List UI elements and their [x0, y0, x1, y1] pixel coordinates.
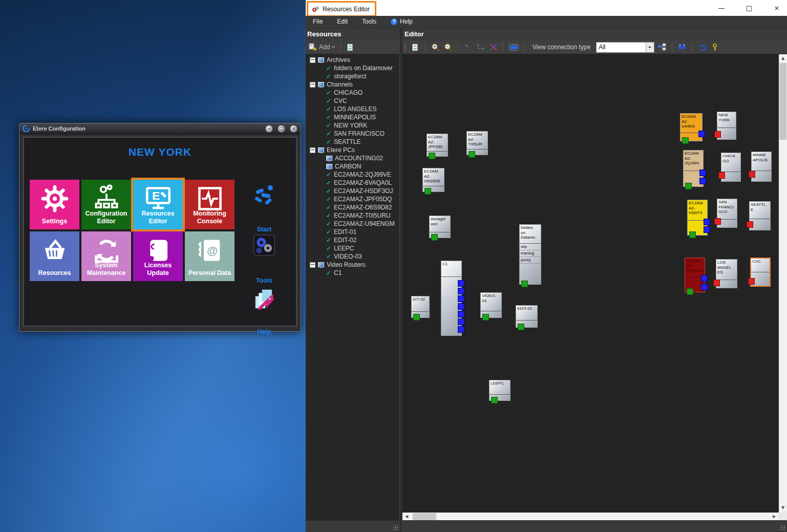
green-connector-square[interactable] — [429, 153, 435, 159]
blue-connector-square[interactable] — [699, 178, 706, 184]
resize-grip[interactable] — [393, 525, 398, 530]
green-connector-square[interactable] — [687, 288, 693, 295]
minimize-button[interactable]: — — [715, 4, 728, 12]
add-button[interactable]: Add — [308, 42, 336, 52]
tile-licenses-update[interactable]: Licenses Update — [133, 231, 183, 281]
tree-item-seattle[interactable]: ✓SEATTLE — [306, 138, 399, 146]
connector-tool-icon[interactable] — [476, 42, 486, 52]
collapse-toggle-icon[interactable] — [310, 82, 315, 88]
app-titlebar[interactable]: Resources Editor — □ × — [306, 0, 787, 16]
tree-item-ec2amaz-o6s9d82[interactable]: ✓EC2AMAZ-O6S9D82 — [306, 203, 399, 211]
zoom-out-icon[interactable] — [443, 42, 453, 52]
green-connector-square[interactable] — [518, 324, 524, 330]
tree-item-los-angeles[interactable]: ✓LOS ANGELES — [306, 105, 399, 113]
key-icon[interactable] — [710, 42, 720, 52]
canvas-node-storageforct[interactable]: storagef orct — [429, 216, 451, 238]
canvas-node-los-angeles[interactable]: LOS ANGEL ES — [716, 259, 737, 288]
etere-titlebar[interactable]: Etere Configuration − □ × — [19, 123, 301, 134]
canvas-node-leepc[interactable]: LEEPC — [489, 380, 511, 401]
tree-item-ec2amaz-6vaqa0l[interactable]: ✓EC2AMAZ-6VAQA0L — [306, 179, 399, 187]
horizontal-scrollbar[interactable]: ◀ ▶ — [402, 513, 778, 521]
red-connector-square[interactable] — [714, 131, 721, 138]
canvas-node-ec2amaz-o6s9d8[interactable]: EC2AM AZ- O6S9D8 — [422, 168, 444, 192]
tree-item-carbon[interactable]: CARBON — [306, 162, 399, 171]
canvas-node-chicago[interactable]: CHICA GO — [721, 153, 741, 182]
scroll-up-arrow[interactable]: ▲ — [779, 54, 787, 62]
canvas-node-edit-01[interactable]: EDIT-01 — [516, 305, 538, 328]
canvas-node-video-03[interactable]: VIDEO- 03 — [480, 292, 502, 318]
canvas-node-folders-on-datamover[interactable]: folders on Datamowiptrainingproxy — [519, 224, 541, 285]
blue-connector-square[interactable] — [704, 219, 710, 225]
canvas-node-seattle[interactable]: SEATTL E — [749, 201, 771, 230]
scroll-left-arrow[interactable]: ◀ — [402, 513, 411, 521]
canvas-node-ec2amaz-jpf05d[interactable]: EC2AM AZ- JPF05D — [427, 134, 448, 157]
canvas-node-cvc[interactable]: CVC — [750, 258, 771, 287]
green-connector-square[interactable] — [431, 234, 438, 241]
tree-item-ec2amaz-u94engm[interactable]: ✓EC2AMAZ-U94ENGM — [306, 220, 399, 228]
blue-connector-square[interactable] — [458, 288, 464, 294]
screen-view-icon[interactable] — [508, 42, 519, 52]
green-connector-square[interactable] — [491, 397, 498, 403]
green-connector-square[interactable] — [469, 151, 475, 158]
blue-connector-square[interactable] — [458, 318, 464, 325]
menu-item-file[interactable]: File — [306, 16, 330, 28]
etere-minimize-button[interactable]: − — [265, 125, 273, 133]
side-button-tools[interactable]: Tools — [244, 234, 285, 285]
zoom-in-icon[interactable] — [430, 42, 440, 52]
scroll-right-arrow[interactable]: ▶ — [770, 513, 778, 521]
tile-system-maintenance[interactable]: System Maintenance — [81, 231, 131, 281]
canvas-node-ec2amaz-6vaqa0l[interactable]: EC2AM AZ- 6VAQA0L — [685, 258, 705, 292]
green-connector-square[interactable] — [682, 137, 689, 144]
auto-layout-icon[interactable] — [657, 42, 667, 52]
tree-item-video-03[interactable]: ✓VIDEO-03 — [306, 252, 399, 261]
tree-group-archives[interactable]: Archives — [306, 56, 399, 64]
collapse-toggle-icon[interactable] — [310, 57, 315, 63]
red-connector-square[interactable] — [747, 221, 753, 228]
red-connector-square[interactable] — [714, 218, 721, 225]
green-connector-square[interactable] — [424, 188, 431, 195]
connection-type-dropdown[interactable]: All — [596, 42, 654, 53]
resources-editor-tab[interactable]: Resources Editor — [307, 1, 376, 17]
tree-group-video-routers[interactable]: Video Routers — [306, 261, 399, 269]
red-connector-square[interactable] — [718, 172, 725, 179]
dropdown-caret[interactable] — [646, 42, 654, 52]
find-icon[interactable] — [677, 42, 687, 52]
horizontal-scroll-thumb[interactable] — [413, 513, 436, 520]
blue-connector-square[interactable] — [458, 326, 464, 333]
blue-connector-square[interactable] — [701, 275, 708, 282]
blue-connector-square[interactable] — [698, 131, 705, 137]
side-button-help[interactable]: Help — [244, 285, 285, 336]
tree-item-accounting02[interactable]: ACCOUNTING02 — [306, 154, 399, 162]
green-connector-square[interactable] — [685, 183, 692, 189]
tree-item-new-york[interactable]: ✓NEW YORK — [306, 121, 399, 130]
collapse-toggle-icon[interactable] — [310, 262, 315, 268]
diagram-canvas[interactable]: EC2AM AZ- JPF05DEC2AM AZ- T0I5UREC2AM AZ… — [402, 54, 778, 512]
tile-settings[interactable]: Settings — [30, 180, 79, 229]
vertical-scroll-thumb[interactable] — [779, 63, 786, 140]
tile-monitoring-console[interactable]: Monitoring Console — [185, 180, 235, 229]
blue-connector-square[interactable] — [458, 295, 464, 302]
blue-connector-square[interactable] — [458, 280, 464, 287]
tree-item-ec2amaz-2qj99ve[interactable]: ✓EC2AMAZ-2QJ99VE — [306, 171, 399, 179]
tile-configuration-editor[interactable]: Configuration Editor — [81, 180, 131, 229]
canvas-node-new-york[interactable]: NEW YORK — [717, 112, 736, 140]
tree-item-edit-01[interactable]: ✓EDIT-01 — [306, 228, 399, 236]
canvas-node-c1[interactable]: C1 — [441, 261, 462, 336]
refresh-icon[interactable] — [345, 42, 355, 52]
tree-item-edit-02[interactable]: ✓EDIT-02 — [306, 236, 399, 244]
green-connector-square[interactable] — [413, 314, 420, 321]
side-button-start[interactable]: Start — [244, 183, 285, 234]
tile-resources[interactable]: Resources — [30, 231, 79, 281]
canvas-node-ec2amaz-u94en[interactable]: EC2AM AZ- U94EN — [680, 113, 703, 141]
tree-item-folders-on-datamover[interactable]: ✓folders on Datamover — [306, 64, 399, 72]
tree-item-minneapolis[interactable]: ✓MINNEAPOLIS — [306, 113, 399, 121]
green-connector-square[interactable] — [521, 281, 528, 287]
tree-item-ec2amaz-t0i5uru[interactable]: ✓EC2AMAZ-T0I5URU — [306, 211, 399, 220]
tile-resources-editor[interactable]: EResources Editor — [133, 180, 183, 229]
tree-item-cvc[interactable]: ✓CVC — [306, 97, 399, 105]
blue-connector-square[interactable] — [458, 303, 464, 310]
tile-personal-data[interactable]: @Personal Data — [185, 231, 235, 281]
red-connector-square[interactable] — [749, 171, 755, 178]
tree-group-channels[interactable]: Channels — [306, 80, 399, 89]
green-connector-square[interactable] — [482, 314, 489, 321]
